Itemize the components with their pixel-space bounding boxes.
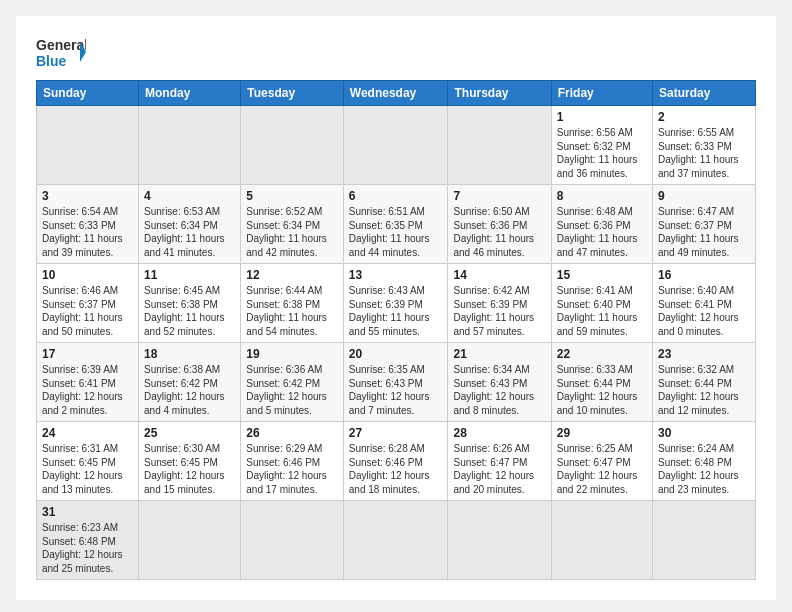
day-number: 5: [246, 189, 338, 203]
day-number: 24: [42, 426, 133, 440]
day-header-friday: Friday: [551, 81, 652, 106]
day-cell: 18Sunrise: 6:38 AM Sunset: 6:42 PM Dayli…: [139, 343, 241, 422]
day-number: 18: [144, 347, 235, 361]
day-header-saturday: Saturday: [653, 81, 756, 106]
day-info: Sunrise: 6:38 AM Sunset: 6:42 PM Dayligh…: [144, 363, 235, 417]
day-info: Sunrise: 6:30 AM Sunset: 6:45 PM Dayligh…: [144, 442, 235, 496]
day-cell: [37, 106, 139, 185]
day-info: Sunrise: 6:25 AM Sunset: 6:47 PM Dayligh…: [557, 442, 647, 496]
day-cell: 3Sunrise: 6:54 AM Sunset: 6:33 PM Daylig…: [37, 185, 139, 264]
day-cell: 19Sunrise: 6:36 AM Sunset: 6:42 PM Dayli…: [241, 343, 344, 422]
day-cell: 11Sunrise: 6:45 AM Sunset: 6:38 PM Dayli…: [139, 264, 241, 343]
day-cell: 13Sunrise: 6:43 AM Sunset: 6:39 PM Dayli…: [343, 264, 448, 343]
day-info: Sunrise: 6:35 AM Sunset: 6:43 PM Dayligh…: [349, 363, 443, 417]
day-info: Sunrise: 6:24 AM Sunset: 6:48 PM Dayligh…: [658, 442, 750, 496]
day-cell: [241, 501, 344, 580]
day-info: Sunrise: 6:41 AM Sunset: 6:40 PM Dayligh…: [557, 284, 647, 338]
day-cell: 15Sunrise: 6:41 AM Sunset: 6:40 PM Dayli…: [551, 264, 652, 343]
day-cell: 7Sunrise: 6:50 AM Sunset: 6:36 PM Daylig…: [448, 185, 551, 264]
day-info: Sunrise: 6:51 AM Sunset: 6:35 PM Dayligh…: [349, 205, 443, 259]
day-number: 1: [557, 110, 647, 124]
week-row-5: 24Sunrise: 6:31 AM Sunset: 6:45 PM Dayli…: [37, 422, 756, 501]
day-info: Sunrise: 6:47 AM Sunset: 6:37 PM Dayligh…: [658, 205, 750, 259]
day-number: 23: [658, 347, 750, 361]
day-number: 27: [349, 426, 443, 440]
day-number: 30: [658, 426, 750, 440]
calendar-page: General Blue SundayMondayTuesdayWednesda…: [16, 16, 776, 600]
day-number: 12: [246, 268, 338, 282]
week-row-6: 31Sunrise: 6:23 AM Sunset: 6:48 PM Dayli…: [37, 501, 756, 580]
day-info: Sunrise: 6:44 AM Sunset: 6:38 PM Dayligh…: [246, 284, 338, 338]
day-cell: 12Sunrise: 6:44 AM Sunset: 6:38 PM Dayli…: [241, 264, 344, 343]
day-cell: 28Sunrise: 6:26 AM Sunset: 6:47 PM Dayli…: [448, 422, 551, 501]
day-number: 8: [557, 189, 647, 203]
day-info: Sunrise: 6:36 AM Sunset: 6:42 PM Dayligh…: [246, 363, 338, 417]
day-header-sunday: Sunday: [37, 81, 139, 106]
day-info: Sunrise: 6:29 AM Sunset: 6:46 PM Dayligh…: [246, 442, 338, 496]
day-info: Sunrise: 6:45 AM Sunset: 6:38 PM Dayligh…: [144, 284, 235, 338]
day-number: 31: [42, 505, 133, 519]
day-info: Sunrise: 6:56 AM Sunset: 6:32 PM Dayligh…: [557, 126, 647, 180]
day-number: 22: [557, 347, 647, 361]
day-cell: 20Sunrise: 6:35 AM Sunset: 6:43 PM Dayli…: [343, 343, 448, 422]
day-number: 13: [349, 268, 443, 282]
day-info: Sunrise: 6:26 AM Sunset: 6:47 PM Dayligh…: [453, 442, 545, 496]
day-cell: 24Sunrise: 6:31 AM Sunset: 6:45 PM Dayli…: [37, 422, 139, 501]
svg-text:General: General: [36, 37, 86, 53]
day-info: Sunrise: 6:48 AM Sunset: 6:36 PM Dayligh…: [557, 205, 647, 259]
day-info: Sunrise: 6:46 AM Sunset: 6:37 PM Dayligh…: [42, 284, 133, 338]
day-info: Sunrise: 6:39 AM Sunset: 6:41 PM Dayligh…: [42, 363, 133, 417]
day-cell: [343, 106, 448, 185]
calendar-table: SundayMondayTuesdayWednesdayThursdayFrid…: [36, 80, 756, 580]
day-cell: [448, 106, 551, 185]
day-number: 19: [246, 347, 338, 361]
day-cell: [241, 106, 344, 185]
week-row-2: 3Sunrise: 6:54 AM Sunset: 6:33 PM Daylig…: [37, 185, 756, 264]
day-cell: 29Sunrise: 6:25 AM Sunset: 6:47 PM Dayli…: [551, 422, 652, 501]
day-number: 17: [42, 347, 133, 361]
day-info: Sunrise: 6:54 AM Sunset: 6:33 PM Dayligh…: [42, 205, 133, 259]
day-cell: 2Sunrise: 6:55 AM Sunset: 6:33 PM Daylig…: [653, 106, 756, 185]
day-cell: 4Sunrise: 6:53 AM Sunset: 6:34 PM Daylig…: [139, 185, 241, 264]
day-cell: 10Sunrise: 6:46 AM Sunset: 6:37 PM Dayli…: [37, 264, 139, 343]
day-cell: 27Sunrise: 6:28 AM Sunset: 6:46 PM Dayli…: [343, 422, 448, 501]
day-cell: 5Sunrise: 6:52 AM Sunset: 6:34 PM Daylig…: [241, 185, 344, 264]
days-header-row: SundayMondayTuesdayWednesdayThursdayFrid…: [37, 81, 756, 106]
day-cell: 8Sunrise: 6:48 AM Sunset: 6:36 PM Daylig…: [551, 185, 652, 264]
day-number: 20: [349, 347, 443, 361]
day-cell: 6Sunrise: 6:51 AM Sunset: 6:35 PM Daylig…: [343, 185, 448, 264]
day-info: Sunrise: 6:55 AM Sunset: 6:33 PM Dayligh…: [658, 126, 750, 180]
day-info: Sunrise: 6:28 AM Sunset: 6:46 PM Dayligh…: [349, 442, 443, 496]
day-cell: [343, 501, 448, 580]
day-info: Sunrise: 6:32 AM Sunset: 6:44 PM Dayligh…: [658, 363, 750, 417]
day-info: Sunrise: 6:40 AM Sunset: 6:41 PM Dayligh…: [658, 284, 750, 338]
day-number: 10: [42, 268, 133, 282]
day-cell: 25Sunrise: 6:30 AM Sunset: 6:45 PM Dayli…: [139, 422, 241, 501]
day-cell: 9Sunrise: 6:47 AM Sunset: 6:37 PM Daylig…: [653, 185, 756, 264]
day-info: Sunrise: 6:50 AM Sunset: 6:36 PM Dayligh…: [453, 205, 545, 259]
day-cell: 23Sunrise: 6:32 AM Sunset: 6:44 PM Dayli…: [653, 343, 756, 422]
week-row-1: 1Sunrise: 6:56 AM Sunset: 6:32 PM Daylig…: [37, 106, 756, 185]
day-info: Sunrise: 6:31 AM Sunset: 6:45 PM Dayligh…: [42, 442, 133, 496]
page-header: General Blue: [36, 32, 756, 72]
day-number: 11: [144, 268, 235, 282]
day-cell: [448, 501, 551, 580]
day-cell: 30Sunrise: 6:24 AM Sunset: 6:48 PM Dayli…: [653, 422, 756, 501]
day-cell: 26Sunrise: 6:29 AM Sunset: 6:46 PM Dayli…: [241, 422, 344, 501]
day-number: 16: [658, 268, 750, 282]
day-number: 3: [42, 189, 133, 203]
day-cell: 1Sunrise: 6:56 AM Sunset: 6:32 PM Daylig…: [551, 106, 652, 185]
day-header-wednesday: Wednesday: [343, 81, 448, 106]
day-number: 14: [453, 268, 545, 282]
day-cell: 31Sunrise: 6:23 AM Sunset: 6:48 PM Dayli…: [37, 501, 139, 580]
day-info: Sunrise: 6:34 AM Sunset: 6:43 PM Dayligh…: [453, 363, 545, 417]
day-info: Sunrise: 6:43 AM Sunset: 6:39 PM Dayligh…: [349, 284, 443, 338]
logo-svg: General Blue: [36, 32, 86, 72]
day-cell: [139, 106, 241, 185]
day-cell: [139, 501, 241, 580]
day-cell: 14Sunrise: 6:42 AM Sunset: 6:39 PM Dayli…: [448, 264, 551, 343]
week-row-4: 17Sunrise: 6:39 AM Sunset: 6:41 PM Dayli…: [37, 343, 756, 422]
day-number: 29: [557, 426, 647, 440]
day-info: Sunrise: 6:53 AM Sunset: 6:34 PM Dayligh…: [144, 205, 235, 259]
day-info: Sunrise: 6:52 AM Sunset: 6:34 PM Dayligh…: [246, 205, 338, 259]
